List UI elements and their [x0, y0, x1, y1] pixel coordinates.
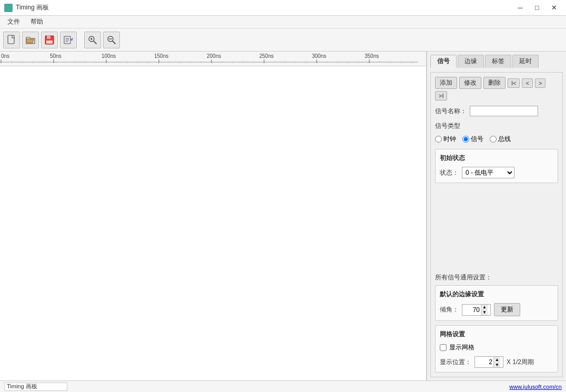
app-icon [4, 4, 13, 12]
export-icon [63, 35, 74, 45]
nav-next-button[interactable]: > [535, 78, 545, 88]
angle-label: 倾角： [440, 305, 459, 314]
nav-last-button[interactable]: >I [435, 91, 447, 100]
svg-text:100ns: 100ns [102, 53, 116, 59]
main-area: 0ns 50ns 100ns 150ns 200ns 250ns 300ns [0, 52, 566, 380]
state-row: 状态： 0 - 低电平 1 - 高电平 X - 不定态 [440, 167, 553, 178]
angle-down-arrow[interactable]: ▼ [481, 310, 488, 315]
grid-position-label: 显示位置： [440, 358, 471, 367]
menu-item-file[interactable]: 文件 [2, 16, 25, 27]
title-bar-controls: ─ □ ✕ [512, 2, 562, 14]
edge-settings-title: 默认的边缘设置 [440, 290, 553, 299]
menu-item-help[interactable]: 帮助 [25, 16, 48, 27]
svg-rect-3 [46, 41, 53, 44]
svg-text:150ns: 150ns [154, 53, 168, 59]
signal-type-title: 信号类型 [435, 122, 558, 130]
radio-clock[interactable]: 时钟 [435, 135, 456, 144]
angle-arrows: ▲ ▼ [481, 305, 488, 315]
radio-bus[interactable]: 总线 [490, 135, 511, 144]
angle-up-arrow[interactable]: ▲ [481, 305, 488, 310]
radio-signal-input[interactable] [462, 136, 469, 143]
grid-pos-down-arrow[interactable]: ▼ [494, 362, 500, 367]
maximize-button[interactable]: □ [529, 2, 545, 14]
ruler-svg: 0ns 50ns 100ns 150ns 200ns 250ns 300ns [0, 52, 426, 66]
show-grid-row[interactable]: 显示网格 [440, 343, 553, 352]
svg-line-9 [94, 41, 96, 44]
spacer [435, 188, 558, 268]
delete-button[interactable]: 删除 [483, 77, 506, 89]
title-bar-title: Timing 画板 [16, 3, 49, 12]
angle-input-wrap: ▲ ▼ [462, 304, 491, 316]
svg-text:250ns: 250ns [259, 53, 274, 59]
state-select[interactable]: 0 - 低电平 1 - 高电平 X - 不定态 [462, 167, 514, 178]
grid-settings-title: 网格设置 [440, 330, 553, 339]
update-button[interactable]: 更新 [494, 303, 520, 316]
nav-prev-button[interactable]: < [522, 78, 532, 88]
svg-line-12 [113, 41, 115, 44]
save-button[interactable] [41, 32, 58, 48]
new-button[interactable] [3, 32, 20, 48]
save-icon [44, 35, 55, 45]
zoom-in-button[interactable] [84, 32, 101, 48]
open-button[interactable] [22, 32, 39, 48]
radio-bus-label: 总线 [498, 135, 511, 144]
common-settings: 所有信号通用设置： 默认的边缘设置 倾角： ▲ ▼ 更新 [435, 273, 558, 373]
radio-clock-label: 时钟 [443, 135, 456, 144]
zoom-out-icon [106, 35, 117, 45]
add-button[interactable]: 添加 [435, 77, 457, 89]
angle-row: 倾角： ▲ ▼ 更新 [440, 303, 553, 316]
show-grid-label: 显示网格 [449, 343, 474, 352]
common-settings-title: 所有信号通用设置： [435, 273, 558, 282]
timeline-ruler: 0ns 50ns 100ns 150ns 200ns 250ns 300ns [0, 52, 426, 66]
grid-settings-section: 网格设置 显示网格 显示位置： ▲ ▼ [435, 325, 558, 373]
angle-input[interactable] [462, 305, 481, 315]
panel-content: 添加 修改 删除 I< < > >I 信号名称： 信号类型 时钟 [430, 72, 563, 377]
state-label: 状态： [440, 168, 459, 177]
tab-tag[interactable]: 标签 [485, 55, 511, 68]
zoom-in-icon [87, 35, 98, 45]
radio-bus-input[interactable] [490, 136, 497, 143]
tab-delay[interactable]: 延时 [512, 55, 539, 68]
close-button[interactable]: ✕ [546, 2, 562, 14]
radio-signal-label: 信号 [471, 135, 483, 144]
svg-text:200ns: 200ns [207, 53, 221, 59]
nav-first-button[interactable]: I< [508, 78, 520, 88]
svg-text:300ns: 300ns [312, 53, 326, 59]
edge-settings-section: 默认的边缘设置 倾角： ▲ ▼ 更新 [435, 285, 558, 321]
signal-type-radios: 时钟 信号 总线 [435, 135, 558, 144]
modify-button[interactable]: 修改 [459, 77, 481, 89]
minimize-button[interactable]: ─ [512, 2, 528, 14]
grid-position-input[interactable] [475, 357, 493, 367]
grid-position-suffix: X 1/2周期 [507, 358, 534, 367]
title-bar: Timing 画板 ─ □ ✕ [0, 0, 566, 16]
toolbar [0, 28, 566, 52]
grid-position-arrows: ▲ ▼ [493, 357, 500, 367]
signal-name-input[interactable] [470, 106, 538, 116]
signal-name-row: 信号名称： [435, 106, 558, 116]
svg-rect-0 [8, 35, 14, 44]
action-buttons: 添加 修改 删除 I< < > >I [435, 77, 558, 100]
open-icon [25, 35, 36, 45]
right-panel: 信号 边缘 标签 延时 添加 修改 删除 I< < > >I 信号名称： [427, 52, 566, 380]
radio-signal[interactable]: 信号 [462, 135, 483, 144]
svg-text:0ns: 0ns [1, 53, 9, 59]
zoom-out-button[interactable] [103, 32, 120, 48]
show-grid-checkbox[interactable] [440, 344, 447, 351]
grid-pos-up-arrow[interactable]: ▲ [494, 357, 500, 362]
export-button[interactable] [60, 32, 77, 48]
menu-bar: 文件 帮助 [0, 16, 566, 28]
status-left: Timing 画板 [4, 383, 67, 391]
tab-edge[interactable]: 边缘 [458, 55, 484, 68]
title-bar-left: Timing 画板 [4, 3, 49, 12]
status-link[interactable]: www.julusoft.com/cn [509, 384, 562, 390]
status-bar: Timing 画板 www.julusoft.com/cn [0, 380, 566, 392]
tab-signal[interactable]: 信号 [430, 55, 457, 68]
radio-clock-input[interactable] [435, 136, 442, 143]
drawing-area [0, 66, 426, 380]
svg-text:350ns: 350ns [365, 53, 379, 59]
svg-text:50ns: 50ns [50, 53, 62, 59]
initial-state-section: 初始状态 状态： 0 - 低电平 1 - 高电平 X - 不定态 [435, 149, 558, 183]
initial-state-title: 初始状态 [440, 154, 553, 163]
canvas-area: 0ns 50ns 100ns 150ns 200ns 250ns 300ns [0, 52, 427, 380]
tab-bar: 信号 边缘 标签 延时 [430, 55, 563, 68]
